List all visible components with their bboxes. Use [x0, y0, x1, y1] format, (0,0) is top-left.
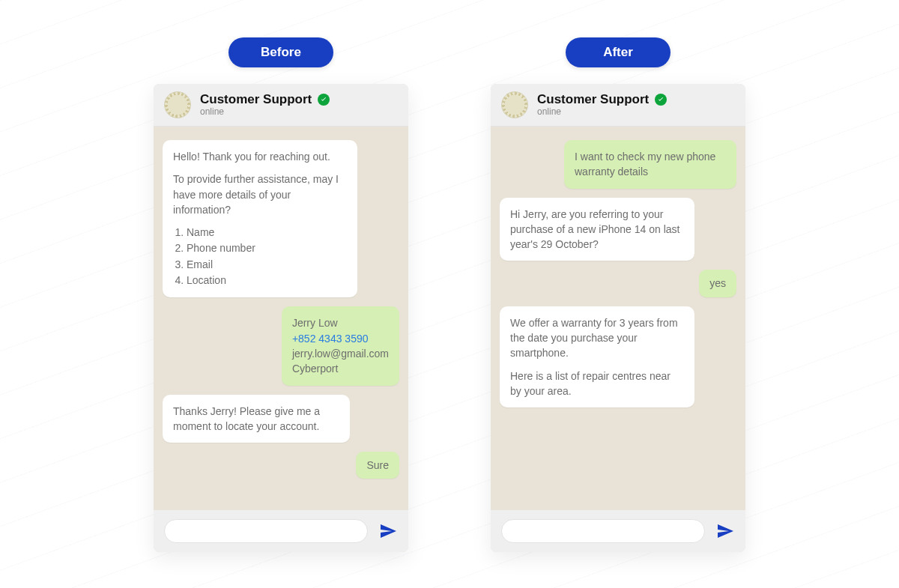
message-input[interactable]	[164, 519, 368, 543]
user-message: yes	[699, 270, 736, 297]
verified-badge-icon	[318, 94, 330, 106]
message-text: We offer a warranty for 3 years from the…	[510, 315, 684, 361]
chat-status: online	[537, 107, 667, 118]
message-text: yes	[709, 277, 726, 289]
user-message: I want to check my new phone warranty de…	[564, 140, 736, 189]
message-text: Hi Jerry, are you referring to your purc…	[510, 208, 680, 251]
list-item: Phone number	[187, 240, 347, 255]
agent-message: Hi Jerry, are you referring to your purc…	[500, 198, 694, 261]
agent-message: Hello! Thank you for reaching out. To pr…	[163, 140, 357, 297]
list-item: Location	[187, 273, 347, 288]
send-button[interactable]	[715, 521, 735, 541]
after-label: After	[566, 37, 671, 67]
message-text: Thanks Jerry! Please give me a moment to…	[173, 405, 320, 432]
chat-header: Customer Support online	[491, 84, 745, 127]
message-text: Sure	[366, 459, 389, 471]
chat-window-before: Customer Support online Hello! Thank you…	[154, 84, 408, 552]
agent-message: We offer a warranty for 3 years from the…	[500, 306, 694, 407]
message-text: I want to check my new phone warranty de…	[575, 151, 715, 178]
comparison-stage: Before Customer Support online Hello! Th…	[0, 0, 899, 588]
avatar	[164, 91, 191, 118]
send-icon	[379, 522, 397, 540]
chat-header: Customer Support online	[154, 84, 408, 127]
send-icon	[716, 522, 734, 540]
chat-body: I want to check my new phone warranty de…	[491, 127, 745, 510]
agent-message: Thanks Jerry! Please give me a moment to…	[163, 395, 350, 443]
avatar	[501, 91, 528, 118]
user-message: Sure	[356, 452, 399, 479]
before-label: Before	[228, 37, 333, 67]
list-item: Email	[187, 257, 347, 272]
chat-body: Hello! Thank you for reaching out. To pr…	[154, 127, 408, 510]
message-text: Cyberport	[292, 363, 338, 375]
send-button[interactable]	[378, 521, 398, 541]
phone-link[interactable]: +852 4343 3590	[292, 333, 369, 345]
message-list: Name Phone number Email Location	[187, 225, 347, 288]
message-input[interactable]	[501, 519, 705, 543]
message-text: To provide further assistance, may I hav…	[173, 172, 347, 217]
before-column: Before Customer Support online Hello! Th…	[154, 37, 408, 588]
chat-input-bar	[154, 510, 408, 552]
chat-header-text: Customer Support online	[537, 92, 667, 117]
message-text: Hello! Thank you for reaching out.	[173, 149, 347, 164]
message-text: jerry.low@gmail.com	[292, 348, 389, 360]
user-message: Jerry Low +852 4343 3590 jerry.low@gmail…	[282, 306, 399, 385]
verified-badge-icon	[655, 94, 667, 106]
chat-input-bar	[491, 510, 745, 552]
chat-window-after: Customer Support online I want to check …	[491, 84, 745, 552]
chat-status: online	[200, 107, 330, 118]
list-item: Name	[187, 225, 347, 240]
chat-title: Customer Support	[537, 92, 649, 107]
chat-title: Customer Support	[200, 92, 312, 107]
after-column: After Customer Support online I want to …	[491, 37, 745, 588]
message-text: Here is a list of repair centres near by…	[510, 369, 684, 399]
chat-header-text: Customer Support online	[200, 92, 330, 117]
message-text: Jerry Low	[292, 317, 338, 329]
